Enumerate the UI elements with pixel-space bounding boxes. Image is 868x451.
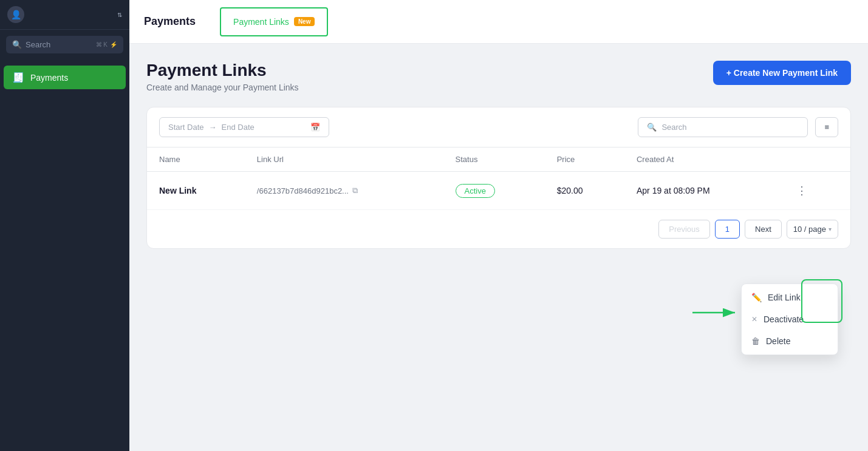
filter-icon: ≡ (824, 123, 829, 132)
chevron-updown-icon: ⇅ (117, 12, 122, 18)
sidebar-user-section[interactable]: 👤 ⇅ (0, 0, 129, 30)
cell-actions: ⋮ (779, 172, 850, 210)
page-title: Payment Links (146, 61, 299, 80)
col-header-price: Price (545, 148, 624, 172)
search-icon-2: 🔍 (647, 123, 657, 132)
table-header-row: Name Link Url Status Price Created At (147, 148, 850, 172)
search-icon: 🔍 (12, 40, 22, 49)
edit-label: Edit Link (768, 293, 801, 302)
sidebar-search-label: Search (26, 40, 50, 49)
data-table: Name Link Url Status Price Created At Ne… (147, 148, 850, 210)
cell-status: Active (443, 172, 545, 210)
lightning-icon: ⚡ (110, 41, 117, 48)
sidebar-item-payments[interactable]: 🧾 Payments (4, 66, 126, 89)
new-badge: New (294, 17, 315, 26)
deactivate-label: Deactivate (764, 314, 804, 324)
link-url-text: /662137b7d846d921bc2... (257, 186, 349, 195)
per-page-select[interactable]: 10 / page ▾ (787, 220, 838, 239)
context-menu: ✏️ Edit Link ✕ Deactivate 🗑 Delete (741, 283, 838, 355)
topbar: Payments Payment Links New (129, 0, 868, 44)
cell-price: $20.00 (545, 172, 624, 210)
next-button[interactable]: Next (745, 220, 782, 239)
table-card: Start Date → End Date 📅 🔍 Search ≡ (146, 107, 851, 249)
topbar-tabs: Payment Links New (220, 0, 328, 43)
delete-label: Delete (766, 336, 790, 346)
create-payment-link-button[interactable]: + Create New Payment Link (713, 61, 851, 85)
previous-button[interactable]: Previous (658, 220, 710, 239)
table-row: New Link /662137b7d846d921bc2... ⧉ Activ… (147, 172, 850, 210)
status-badge: Active (456, 184, 495, 198)
filter-button[interactable]: ≡ (815, 117, 838, 137)
tab-payment-links[interactable]: Payment Links New (220, 7, 328, 36)
col-header-status: Status (443, 148, 545, 172)
context-menu-deactivate[interactable]: ✕ Deactivate (742, 308, 838, 330)
sidebar: 👤 ⇅ 🔍 Search ⌘ K ⚡ 🧾 Payments (0, 0, 129, 451)
page-content: Payment Links Create and Manage your Pay… (129, 44, 868, 451)
calendar-icon: 📅 (310, 123, 320, 132)
cell-link-url: /662137b7d846d921bc2... ⧉ (245, 172, 443, 210)
col-header-created-at: Created At (624, 148, 779, 172)
page-1-button[interactable]: 1 (715, 220, 740, 239)
search-box[interactable]: 🔍 Search (638, 117, 808, 137)
search-shortcut-label: ⌘ K (96, 41, 108, 48)
start-date-placeholder: Start Date (168, 123, 204, 132)
col-header-actions (779, 148, 850, 172)
context-menu-edit[interactable]: ✏️ Edit Link (742, 287, 838, 308)
per-page-label: 10 / page (793, 225, 826, 234)
page-subtitle: Create and Manage your Payment Links (146, 83, 299, 92)
row-actions-button[interactable]: ⋮ (791, 181, 812, 200)
end-date-placeholder: End Date (222, 123, 255, 132)
cell-created-at: Apr 19 at 08:09 PM (624, 172, 779, 210)
delete-icon: 🗑 (751, 336, 760, 346)
tab-payment-links-label: Payment Links (233, 17, 289, 27)
search-placeholder: Search (661, 123, 686, 132)
topbar-title: Payments (144, 15, 196, 28)
deactivate-icon: ✕ (751, 315, 757, 324)
pagination-row: Previous 1 Next 10 / page ▾ (147, 210, 850, 248)
filters-row: Start Date → End Date 📅 🔍 Search ≡ (147, 107, 850, 148)
date-range-picker[interactable]: Start Date → End Date 📅 (159, 117, 329, 137)
main-content: Payments Payment Links New Payment Links… (129, 0, 868, 451)
context-menu-delete[interactable]: 🗑 Delete (742, 330, 838, 352)
col-header-name: Name (147, 148, 245, 172)
arrow-icon: → (209, 123, 217, 132)
sidebar-search[interactable]: 🔍 Search ⌘ K ⚡ (6, 36, 123, 53)
edit-icon: ✏️ (751, 293, 762, 302)
page-header: Payment Links Create and Manage your Pay… (146, 61, 851, 92)
cell-name: New Link (147, 172, 245, 210)
copy-icon[interactable]: ⧉ (352, 186, 358, 195)
sidebar-item-label: Payments (30, 73, 68, 83)
arrow-annotation (692, 300, 741, 327)
user-avatar-icon: 👤 (7, 6, 24, 23)
col-header-link-url: Link Url (245, 148, 443, 172)
payments-icon: 🧾 (12, 72, 24, 83)
sidebar-nav: 🧾 Payments (0, 59, 129, 451)
chevron-down-icon: ▾ (829, 226, 832, 232)
